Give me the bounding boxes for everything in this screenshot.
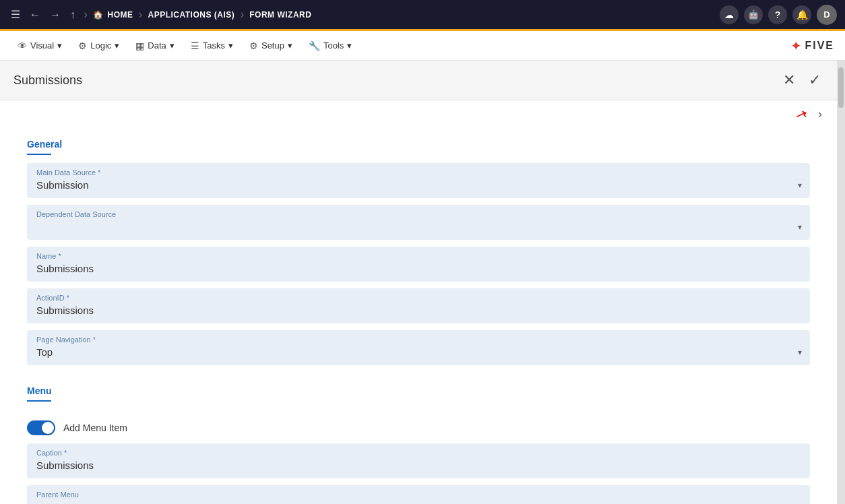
save-button[interactable]: ✓ [806,70,823,90]
main-data-source-group: Main Data Source * Submission ▾ [27,163,810,198]
main-toolbar: 👁 Visual ▾ ⚙ Logic ▾ ▦ Data ▾ ☰ Tasks ▾ … [0,31,845,61]
caption-input[interactable] [36,460,801,471]
applications-label: APPLICATIONS (AIS) [148,10,235,20]
name-group: Name * [27,247,810,282]
caption-container: Caption * [27,443,810,478]
main-data-source-label: Main Data Source * [36,168,801,177]
main-data-source-dropdown-icon[interactable]: ▾ [798,181,802,190]
cloud-icon: ☁ [724,9,734,20]
action-id-input[interactable] [36,305,801,316]
data-icon: ▦ [135,40,144,51]
tools-dropdown-icon: ▾ [347,40,352,51]
page-navigation-value: Top [36,346,53,358]
user-avatar[interactable]: D [817,5,837,25]
bot-button[interactable]: 🤖 [744,5,763,24]
menu-icon: ☰ [11,8,20,21]
data-dropdown-icon: ▾ [170,40,175,51]
nav-left: ☰ ← → ↑ › 🏠 HOME › APPLICATIONS (AIS) › … [8,5,720,24]
home-link[interactable]: 🏠 HOME [93,10,133,20]
data-menu[interactable]: ▦ Data ▾ [129,36,181,55]
form-wizard-label: FORM WIZARD [249,10,311,20]
nav-separator-3: › [240,7,244,22]
caption-group: Caption * [27,443,810,478]
close-button[interactable]: ✕ [780,70,798,90]
logic-dropdown-icon: ▾ [115,40,119,51]
visual-dropdown-icon: ▾ [57,40,62,51]
action-id-label: ActionID * [36,294,801,302]
menu-button[interactable]: ☰ [8,5,23,24]
menu-section-underline [27,400,51,402]
add-menu-item-row: Add Menu Item [0,410,837,443]
toolbar-left: 👁 Visual ▾ ⚙ Logic ▾ ▦ Data ▾ ☰ Tasks ▾ … [11,36,358,55]
dependent-data-source-container: Dependent Data Source ▾ [27,205,810,240]
general-section-label: General [0,128,837,152]
home-label: HOME [108,10,133,20]
logic-menu[interactable]: ⚙ Logic ▾ [71,36,126,55]
page-navigation-container: Page Navigation * Top ▾ [27,330,810,365]
tasks-icon: ☰ [191,40,199,51]
tools-label: Tools [323,40,344,51]
forward-button[interactable]: → [47,6,63,24]
nav-arrows-row: ‹ › ↗ [0,100,837,128]
menu-fields: Caption * Parent Menu ▾ [0,443,837,504]
add-menu-toggle[interactable] [27,420,55,435]
back-icon: ← [30,9,40,21]
applications-link[interactable]: APPLICATIONS (AIS) [148,10,235,20]
bell-icon: 🔔 [796,9,808,20]
main-data-source-value: Submission [36,179,89,191]
page-navigation-dropdown-icon[interactable]: ▾ [798,348,802,357]
name-container: Name * [27,247,810,282]
logic-icon: ⚙ [78,40,87,51]
name-input[interactable] [36,263,801,274]
nav-separator-2: › [139,7,143,22]
action-id-container: ActionID * [27,288,810,323]
back-button[interactable]: ← [27,6,43,24]
form-wizard-link[interactable]: FORM WIZARD [249,10,311,20]
bot-icon: 🤖 [748,9,759,20]
data-label: Data [148,40,166,51]
dependent-data-source-value [36,221,39,232]
toggle-track [27,420,55,435]
tools-icon: 🔧 [309,40,320,51]
forward-icon: → [50,9,61,21]
visual-menu[interactable]: 👁 Visual ▾ [11,36,69,55]
setup-menu[interactable]: ⚙ Setup ▾ [243,36,299,55]
parent-menu-group: Parent Menu ▾ [27,485,810,504]
action-id-group: ActionID * [27,288,810,323]
scrollbar[interactable] [837,61,845,504]
general-fields: Main Data Source * Submission ▾ Dependen… [0,163,837,365]
notifications-button[interactable]: 🔔 [792,5,811,24]
form-header-actions: ✕ ✓ [780,70,823,90]
dependent-data-source-group: Dependent Data Source ▾ [27,205,810,240]
parent-menu-label: Parent Menu [36,491,801,499]
five-logo: ✦ FIVE [790,38,834,54]
cloud-button[interactable]: ☁ [720,5,739,24]
add-menu-item-label: Add Menu Item [63,422,127,433]
form-title: Submissions [13,73,82,88]
visual-label: Visual [30,40,54,51]
dependent-data-source-dropdown-icon[interactable]: ▾ [798,222,802,232]
logo-text: FIVE [805,40,834,52]
parent-menu-container: Parent Menu ▾ [27,485,810,504]
help-button[interactable]: ? [768,5,787,24]
prev-button[interactable]: ‹ [799,106,811,123]
user-initial: D [823,9,830,20]
menu-section-label: Menu [0,375,837,399]
dependent-data-source-label: Dependent Data Source [36,210,801,218]
visual-icon: 👁 [18,40,27,51]
tools-menu[interactable]: 🔧 Tools ▾ [302,36,358,55]
up-icon: ↑ [70,9,75,21]
next-button[interactable]: › [814,106,826,123]
setup-icon: ⚙ [249,40,258,51]
tasks-menu[interactable]: ☰ Tasks ▾ [184,36,240,55]
parent-menu-value [36,501,39,504]
up-button[interactable]: ↑ [67,6,78,24]
form-header: Submissions ✕ ✓ [0,61,837,100]
toggle-thumb [42,422,54,434]
main-data-source-container: Main Data Source * Submission ▾ [27,163,810,198]
nav-right: ☁ 🤖 ? 🔔 D [720,5,837,25]
setup-dropdown-icon: ▾ [288,40,292,51]
logic-label: Logic [90,40,111,51]
caption-label: Caption * [36,449,801,457]
main-content: Submissions ✕ ✓ ‹ › ↗ General Main Data … [0,61,845,504]
